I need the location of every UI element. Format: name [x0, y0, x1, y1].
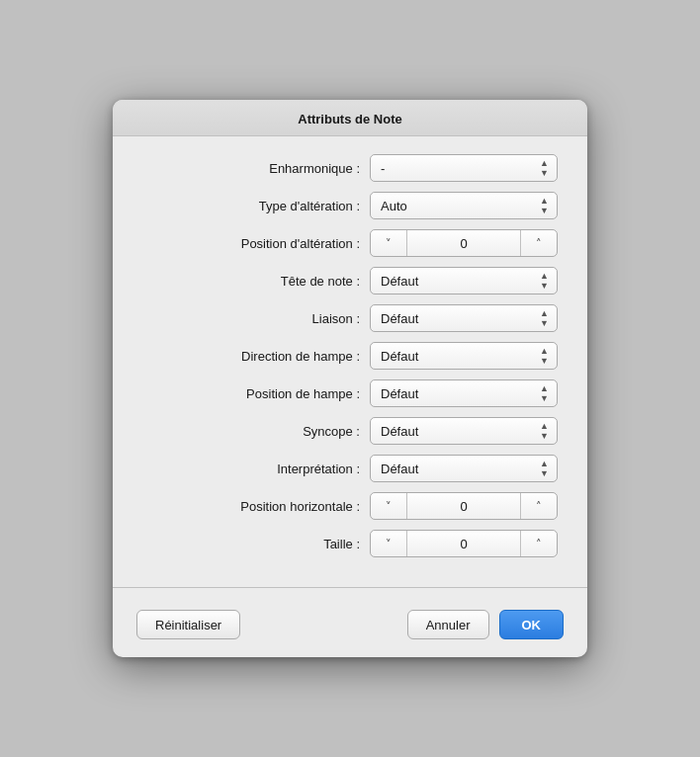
control-area-liaison: Défaut▲▼	[370, 304, 558, 332]
row-position-horizontale: Position horizontale :˅0˄	[142, 492, 558, 520]
arrow-down-icon: ▼	[540, 207, 549, 215]
arrow-down-icon: ▼	[540, 357, 549, 366]
dialog: Attributs de Note Enharmonique :-▲▼Type …	[113, 100, 587, 657]
label-taille: Taille :	[202, 537, 360, 551]
title-bar: Attributs de Note	[113, 100, 587, 136]
select-enharmonique[interactable]: -▲▼	[370, 154, 558, 182]
select-type-alteration[interactable]: Auto▲▼	[370, 192, 558, 219]
arrow-down-icon: ▼	[540, 469, 549, 478]
stepper-position-horizontale: ˅0˄	[370, 492, 558, 520]
row-interpretation: Interprétation :Défaut▲▼	[142, 455, 558, 482]
select-value-interpretation: Défaut	[381, 462, 418, 476]
row-syncope: Syncope :Défaut▲▼	[142, 417, 558, 445]
label-position-horizontale: Position horizontale :	[202, 499, 360, 514]
label-syncope: Syncope :	[202, 424, 360, 439]
select-value-position-de-hampe: Défaut	[381, 386, 418, 401]
control-area-position-de-hampe: Défaut▲▼	[370, 379, 558, 407]
row-direction-de-hampe: Direction de hampe :Défaut▲▼	[142, 342, 558, 370]
control-area-position-horizontale: ˅0˄	[370, 492, 558, 520]
stepper-value-taille: 0	[406, 531, 521, 556]
label-type-alteration: Type d'altération :	[202, 199, 360, 213]
stepper-decrement-position-horizontale[interactable]: ˅	[371, 493, 406, 519]
label-direction-de-hampe: Direction de hampe :	[202, 349, 360, 364]
select-liaison[interactable]: Défaut▲▼	[370, 304, 558, 332]
stepper-increment-position-alteration[interactable]: ˄	[521, 230, 557, 256]
select-arrows-enharmonique: ▲▼	[540, 159, 549, 178]
arrow-up-icon: ▲	[540, 197, 549, 206]
select-arrows-position-de-hampe: ▲▼	[540, 384, 549, 403]
dialog-content: Enharmonique :-▲▼Type d'altération :Auto…	[113, 136, 587, 581]
row-position-de-hampe: Position de hampe :Défaut▲▼	[142, 379, 558, 407]
control-area-interpretation: Défaut▲▼	[370, 455, 558, 482]
stepper-value-position-alteration: 0	[406, 230, 521, 256]
select-direction-de-hampe[interactable]: Défaut▲▼	[370, 342, 558, 370]
arrow-down-icon: ▼	[540, 169, 549, 178]
label-liaison: Liaison :	[202, 311, 360, 326]
arrow-up-icon: ▲	[540, 460, 549, 468]
stepper-decrement-taille[interactable]: ˅	[371, 531, 406, 556]
control-area-direction-de-hampe: Défaut▲▼	[370, 342, 558, 370]
label-position-alteration: Position d'altération :	[202, 236, 360, 251]
row-enharmonique: Enharmonique :-▲▼	[142, 154, 558, 182]
label-interpretation: Interprétation :	[202, 462, 360, 476]
footer-right-buttons: Annuler OK	[407, 610, 564, 639]
select-position-de-hampe[interactable]: Défaut▲▼	[370, 379, 558, 407]
separator	[113, 587, 587, 588]
row-liaison: Liaison :Défaut▲▼	[142, 304, 558, 332]
arrow-up-icon: ▲	[540, 309, 549, 318]
select-value-enharmonique: -	[381, 161, 385, 176]
select-arrows-liaison: ▲▼	[540, 309, 549, 328]
reset-button[interactable]: Réinitialiser	[136, 610, 240, 639]
arrow-up-icon: ▲	[540, 384, 549, 393]
arrow-down-icon: ▼	[540, 319, 549, 328]
control-area-tete-de-note: Défaut▲▼	[370, 267, 558, 294]
select-arrows-type-alteration: ▲▼	[540, 197, 549, 215]
select-interpretation[interactable]: Défaut▲▼	[370, 455, 558, 482]
select-value-syncope: Défaut	[381, 424, 418, 439]
stepper-increment-taille[interactable]: ˄	[521, 531, 557, 556]
select-arrows-interpretation: ▲▼	[540, 460, 549, 478]
control-area-type-alteration: Auto▲▼	[370, 192, 558, 219]
select-arrows-direction-de-hampe: ▲▼	[540, 347, 549, 366]
ok-button[interactable]: OK	[499, 610, 565, 639]
arrow-up-icon: ▲	[540, 347, 549, 356]
control-area-syncope: Défaut▲▼	[370, 417, 558, 445]
stepper-increment-position-horizontale[interactable]: ˄	[521, 493, 557, 519]
dialog-footer: Réinitialiser Annuler OK	[113, 600, 587, 657]
stepper-decrement-position-alteration[interactable]: ˅	[371, 230, 406, 256]
label-position-de-hampe: Position de hampe :	[202, 386, 360, 401]
select-value-direction-de-hampe: Défaut	[381, 349, 418, 364]
control-area-taille: ˅0˄	[370, 530, 558, 557]
row-position-alteration: Position d'altération :˅0˄	[142, 229, 558, 257]
select-value-tete-de-note: Défaut	[381, 274, 418, 289]
stepper-taille: ˅0˄	[370, 530, 558, 557]
arrow-up-icon: ▲	[540, 159, 549, 168]
select-arrows-syncope: ▲▼	[540, 422, 549, 441]
stepper-position-alteration: ˅0˄	[370, 229, 558, 257]
arrow-down-icon: ▼	[540, 282, 549, 291]
arrow-up-icon: ▲	[540, 272, 549, 281]
select-value-liaison: Défaut	[381, 311, 418, 326]
row-tete-de-note: Tête de note :Défaut▲▼	[142, 267, 558, 294]
select-tete-de-note[interactable]: Défaut▲▼	[370, 267, 558, 294]
label-enharmonique: Enharmonique :	[202, 161, 360, 176]
cancel-button[interactable]: Annuler	[407, 610, 489, 639]
control-area-position-alteration: ˅0˄	[370, 229, 558, 257]
dialog-title: Attributs de Note	[298, 112, 401, 126]
select-syncope[interactable]: Défaut▲▼	[370, 417, 558, 445]
label-tete-de-note: Tête de note :	[202, 274, 360, 289]
select-value-type-alteration: Auto	[381, 199, 407, 213]
arrow-down-icon: ▼	[540, 432, 549, 441]
row-type-alteration: Type d'altération :Auto▲▼	[142, 192, 558, 219]
arrow-down-icon: ▼	[540, 394, 549, 403]
stepper-value-position-horizontale: 0	[406, 493, 521, 519]
arrow-up-icon: ▲	[540, 422, 549, 431]
select-arrows-tete-de-note: ▲▼	[540, 272, 549, 291]
row-taille: Taille :˅0˄	[142, 530, 558, 557]
control-area-enharmonique: -▲▼	[370, 154, 558, 182]
